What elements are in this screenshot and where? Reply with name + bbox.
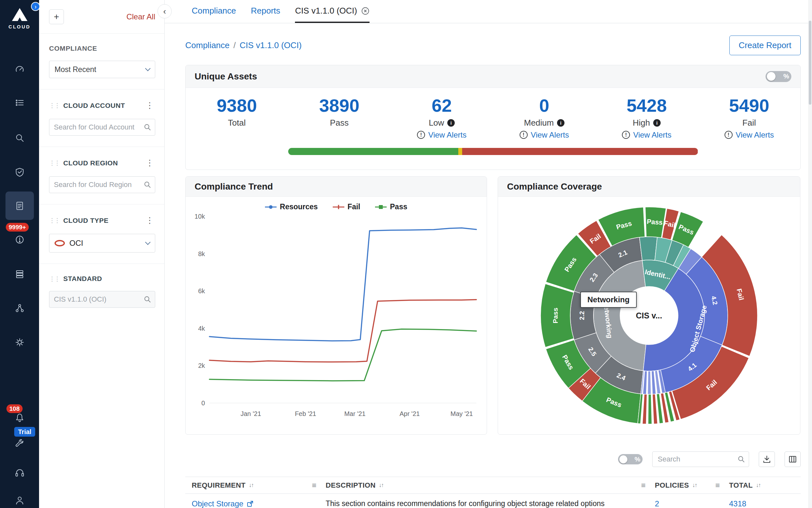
wrench-icon <box>15 438 25 448</box>
trend-legend: ResourcesFailPass <box>186 203 487 211</box>
legend-item-pass[interactable]: Pass <box>375 203 407 211</box>
add-filter-button[interactable]: + <box>49 9 64 24</box>
column-settings-button[interactable] <box>784 452 801 467</box>
column-header-description[interactable]: DESCRIPTION ↓↑ ≡ <box>326 481 655 490</box>
svg-text:CIS v...: CIS v... <box>636 311 662 320</box>
person-icon <box>15 496 25 505</box>
drag-handle-icon[interactable]: ⋮⋮ <box>49 217 59 224</box>
assets-progress-bar <box>288 148 698 155</box>
coverage-card-title: Compliance Coverage <box>507 181 602 192</box>
breadcrumb-compliance[interactable]: Compliance <box>185 40 230 50</box>
drag-handle-icon[interactable]: ⋮⋮ <box>49 159 59 167</box>
shield-icon <box>15 167 25 177</box>
page-scrollbar[interactable] <box>808 0 812 508</box>
clear-all-link[interactable]: Clear All <box>127 12 155 21</box>
sort-icons[interactable]: ↓↑ <box>249 482 253 489</box>
rail-item-profile[interactable] <box>10 491 29 508</box>
legend-item-resources[interactable]: Resources <box>265 203 318 211</box>
assets-stats: 9380 Total 3890 Pass 62 Low i ! View Ale… <box>186 88 800 139</box>
info-icon[interactable]: i <box>653 119 661 127</box>
sort-icons[interactable]: ↓↑ <box>692 482 697 489</box>
info-icon[interactable]: i <box>447 119 455 127</box>
trend-card-header: Compliance Trend <box>186 177 487 197</box>
logo-mark <box>11 7 29 22</box>
rail-item-tools[interactable] <box>10 434 29 453</box>
sort-select[interactable]: Most Recent <box>49 61 155 78</box>
svg-text:8k: 8k <box>198 250 205 257</box>
filter-section-standard: STANDARD <box>63 275 102 283</box>
drag-handle-icon[interactable]: ⋮⋮ <box>49 102 59 109</box>
stat-high: 5428 High i ! View Alerts <box>595 96 698 139</box>
coverage-chart[interactable]: NetworkingIdentit...Object Storage2.42.5… <box>536 203 762 429</box>
column-menu-icon[interactable]: ≡ <box>641 481 646 490</box>
search-icon <box>737 455 745 463</box>
divider <box>39 146 164 147</box>
notification-dot[interactable]: › <box>31 2 40 11</box>
legend-marker <box>375 204 387 210</box>
column-menu-icon[interactable]: ≡ <box>716 481 720 490</box>
cloud-region-search-input[interactable] <box>49 176 155 193</box>
stat-fail: 5490 Fail ! View Alerts <box>698 96 801 139</box>
main-content: ‹ Compliance Reports CIS v1.1.0 (OCI) Co… <box>164 0 812 508</box>
kebab-menu-icon[interactable]: ⋮ <box>144 158 155 168</box>
policies-count[interactable]: 2 <box>655 499 729 508</box>
column-header-requirement[interactable]: REQUIREMENT ↓↑ ≡ <box>192 481 326 490</box>
bell-icon <box>15 413 25 422</box>
cloud-account-search-input[interactable] <box>49 119 155 136</box>
filter-section-cloud-type: CLOUD TYPE <box>63 217 108 224</box>
oci-logo-icon <box>54 240 65 246</box>
column-header-total[interactable]: TOTAL ↓↑ <box>729 481 794 490</box>
search-icon <box>144 181 151 188</box>
rail-item-support[interactable] <box>10 464 29 482</box>
tab-cis-v110-oci[interactable]: CIS v1.1.0 (OCI) <box>295 0 369 23</box>
close-tab-icon[interactable] <box>361 7 370 15</box>
scrollbar-thumb[interactable] <box>809 21 811 104</box>
view-alerts-link-high[interactable]: View Alerts <box>633 130 671 139</box>
percent-toggle[interactable]: % <box>766 71 791 82</box>
svg-text:Pass: Pass <box>647 218 663 226</box>
rail-item-network[interactable] <box>10 299 29 317</box>
svg-text:Pass: Pass <box>552 307 559 323</box>
chevron-down-icon <box>145 66 151 71</box>
rail-item-investigate[interactable] <box>10 129 29 147</box>
requirement-link[interactable]: Object Storage <box>192 499 326 508</box>
rail-item-compute[interactable] <box>10 265 29 283</box>
drag-handle-icon[interactable]: ⋮⋮ <box>49 275 59 283</box>
rail-item-policies[interactable] <box>10 163 29 181</box>
kebab-menu-icon[interactable]: ⋮ <box>144 215 155 225</box>
column-header-policies[interactable]: POLICIES ↓↑ ≡ <box>655 481 729 490</box>
sort-icons[interactable]: ↓↑ <box>756 482 760 489</box>
view-alerts-link-low[interactable]: View Alerts <box>428 130 466 139</box>
column-menu-icon[interactable]: ≡ <box>312 481 317 490</box>
svg-text:6k: 6k <box>198 287 205 295</box>
view-alerts-link-fail[interactable]: View Alerts <box>736 130 774 139</box>
cloud-type-select[interactable]: OCI <box>49 234 155 253</box>
breadcrumb-current[interactable]: CIS v1.1.0 (OCI) <box>240 40 302 50</box>
stat-low: 62 Low i ! View Alerts <box>390 96 493 139</box>
alert-circle-icon: ! <box>417 131 425 139</box>
total-count[interactable]: 4318 <box>729 499 794 508</box>
table-columns-icon <box>788 455 797 464</box>
legend-item-fail[interactable]: Fail <box>333 203 361 211</box>
view-alerts-link-medium[interactable]: View Alerts <box>531 130 569 139</box>
standard-search-input[interactable] <box>49 291 155 308</box>
sort-icons[interactable]: ↓↑ <box>379 482 383 489</box>
rail-item-dashboard[interactable] <box>10 60 29 79</box>
rail-item-settings[interactable] <box>10 333 29 351</box>
rail-item-compliance[interactable] <box>5 192 34 220</box>
kebab-menu-icon[interactable]: ⋮ <box>144 100 155 111</box>
tab-compliance[interactable]: Compliance <box>192 0 236 23</box>
info-icon[interactable]: i <box>557 119 565 127</box>
rail-item-alerts[interactable] <box>10 230 29 249</box>
table-header-row: REQUIREMENT ↓↑ ≡ DESCRIPTION ↓↑ ≡ POLICI… <box>185 477 801 494</box>
svg-text:Jan '21: Jan '21 <box>240 410 261 417</box>
table-row: Object Storage This section contains rec… <box>185 494 801 508</box>
table-percent-toggle[interactable]: % <box>618 454 642 464</box>
download-button[interactable] <box>759 452 775 467</box>
checklist-icon <box>15 98 25 108</box>
table-search-input[interactable] <box>652 452 749 467</box>
tab-reports[interactable]: Reports <box>251 0 280 23</box>
collapse-filters-button[interactable]: ‹ <box>157 4 172 18</box>
rail-item-inventory[interactable] <box>10 94 29 112</box>
create-report-button[interactable]: Create Report <box>729 36 801 55</box>
